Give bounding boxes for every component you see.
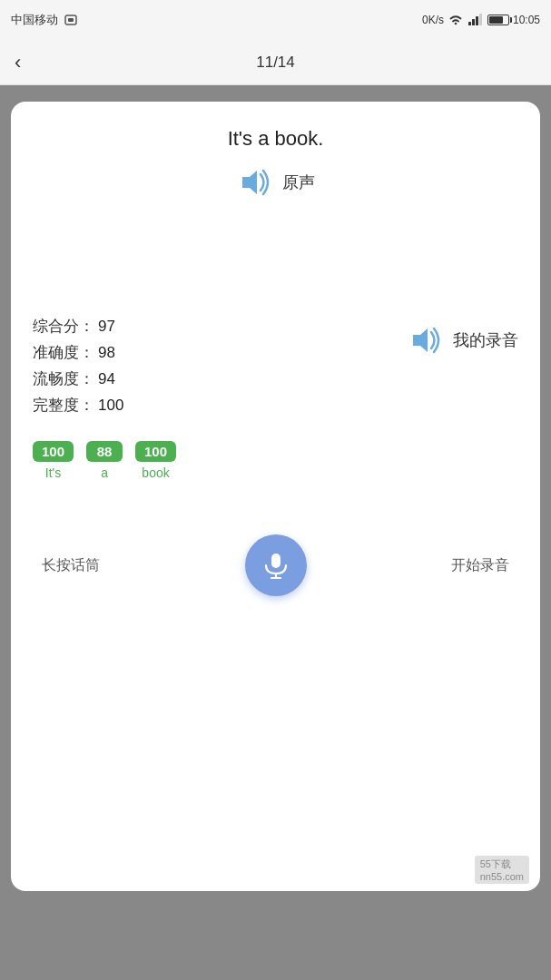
svg-rect-4	[476, 16, 478, 25]
bottom-controls: 长按话筒 开始录音	[33, 534, 518, 596]
status-right: 0K/s 10:05	[422, 14, 540, 26]
svg-rect-8	[271, 554, 280, 568]
back-button[interactable]: ‹	[15, 53, 21, 73]
status-carrier: 中国移动	[11, 12, 78, 28]
word-label: It's	[45, 466, 61, 480]
time-display: 10:05	[513, 14, 540, 26]
original-audio-label: 原声	[282, 172, 315, 193]
svg-rect-2	[468, 22, 471, 25]
svg-rect-3	[472, 19, 475, 25]
sentence-text: It's a book.	[228, 127, 324, 151]
original-audio-row[interactable]: 原声	[237, 167, 315, 198]
word-score-badge: 100	[33, 441, 74, 462]
carrier-text: 中国移动	[11, 12, 58, 28]
word-score-badge: 88	[86, 441, 123, 462]
word-label: a	[101, 466, 108, 480]
network-speed: 0K/s	[422, 14, 444, 26]
score-completeness: 完整度： 100	[33, 395, 123, 416]
scores-section: 综合分： 97 准确度： 98 流畅度： 94 完整度： 100	[33, 316, 518, 416]
nav-bar: ‹ 11/14	[0, 40, 551, 85]
word-score-badge: 100	[135, 441, 176, 462]
my-audio-label: 我的录音	[453, 329, 518, 351]
svg-marker-7	[413, 328, 428, 352]
score-fluency: 流畅度： 94	[33, 368, 123, 389]
signal-icon	[467, 14, 484, 26]
svg-marker-6	[242, 171, 257, 194]
my-speaker-icon	[408, 325, 444, 356]
watermark: 55下载nn55.com	[475, 856, 529, 884]
svg-rect-5	[479, 14, 482, 25]
word-badge-col: 100It's	[33, 441, 74, 480]
mic-icon	[261, 550, 291, 581]
hold-mic-label: 长按话筒	[42, 556, 100, 575]
speaker-icon	[237, 167, 273, 198]
my-audio-row[interactable]: 我的录音	[408, 325, 518, 356]
scores-list: 综合分： 97 准确度： 98 流畅度： 94 完整度： 100	[33, 316, 123, 416]
mic-button[interactable]	[245, 534, 307, 596]
status-bar: 中国移动 0K/s 10:05	[0, 0, 551, 40]
score-overall: 综合分： 97	[33, 316, 123, 337]
word-badge-col: 88a	[86, 441, 123, 480]
start-recording-label: 开始录音	[451, 556, 509, 575]
nav-title: 11/14	[256, 54, 295, 72]
word-badges: 100It's88a100book	[33, 441, 518, 480]
content-card: It's a book. 原声 综合分： 97 准确度： 98	[11, 102, 540, 891]
word-badge-col: 100book	[135, 441, 176, 480]
sim-icon	[64, 14, 78, 26]
word-label: book	[142, 466, 169, 480]
svg-rect-1	[68, 18, 74, 22]
battery-icon	[487, 15, 509, 25]
wifi-icon	[448, 14, 464, 26]
main-area: It's a book. 原声 综合分： 97 准确度： 98	[0, 85, 551, 980]
score-accuracy: 准确度： 98	[33, 342, 123, 363]
